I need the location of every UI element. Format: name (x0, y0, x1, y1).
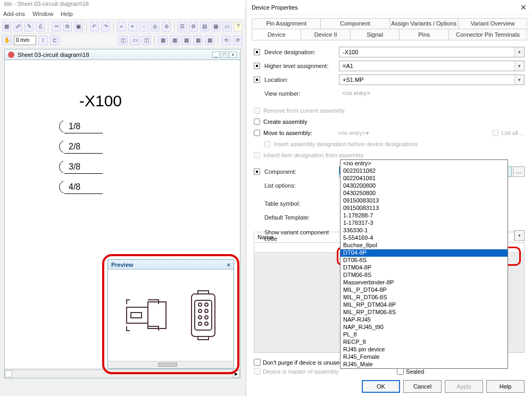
input-device-designation[interactable]: -X100▾ (339, 47, 525, 57)
dropdown-option[interactable]: MIL_R_DT06-8S (340, 294, 508, 301)
assist-button[interactable] (254, 49, 260, 55)
component-dropdown-list[interactable]: <no entry>002201108200220410810430200800… (340, 159, 508, 369)
dropdown-option[interactable]: 0430200800 (340, 182, 508, 190)
tool-grid-icon[interactable]: ▦ (211, 22, 220, 31)
tool-misc3-icon[interactable]: ▤ (200, 22, 209, 31)
tool-zoom-in-icon[interactable]: ＋ (117, 22, 126, 31)
dropdown-option[interactable]: NAP_RJ45_t90 (340, 324, 508, 331)
preview-scroll-thumb[interactable] (158, 363, 177, 367)
tool-connector-icon[interactable]: ⊏ (50, 36, 60, 45)
tool-redo-icon[interactable]: ↷ (101, 22, 110, 31)
input-show-variant[interactable]: ▾ (514, 230, 525, 241)
dropdown-option[interactable]: Buchse_8pol (340, 242, 508, 249)
pin-symbol-4[interactable]: 4/8 (53, 180, 80, 194)
tool-arr2-icon[interactable]: ▦ (170, 36, 179, 45)
close-button[interactable]: × (229, 52, 237, 58)
tool-print-icon[interactable]: ⎙ (36, 22, 45, 31)
tool-new-icon[interactable]: ▦ (2, 22, 11, 31)
tool-arr3-icon[interactable]: ▦ (181, 36, 191, 45)
input-location[interactable]: +S1.MP▾ (339, 74, 525, 85)
preview-titlebar[interactable]: Preview × (108, 260, 234, 269)
tool-undo-icon[interactable]: ↶ (90, 22, 99, 31)
tool-copy-icon[interactable]: ⧉ (63, 22, 72, 31)
ok-button[interactable]: OK (362, 380, 400, 393)
tool-paste-icon[interactable]: ▣ (74, 22, 83, 31)
chevron-down-icon[interactable]: ▾ (514, 47, 524, 57)
dropdown-option[interactable]: RECP_8 (340, 339, 508, 346)
tool-pin-icon[interactable]: ⟟ (38, 36, 48, 45)
cancel-button[interactable]: Cancel (403, 380, 442, 393)
dropdown-option[interactable]: 1-178288-7 (340, 212, 508, 220)
dropdown-option[interactable]: 0022011082 (340, 167, 508, 175)
tool-align3-icon[interactable]: ◫ (142, 36, 151, 45)
menu-addons[interactable]: Add-ons (3, 11, 25, 17)
checkbox-dont-purge[interactable] (254, 359, 261, 366)
input-higher-level[interactable]: =A1▾ (339, 61, 525, 71)
tab-component[interactable]: Component (320, 18, 389, 29)
tool-hand-icon[interactable]: ✋ (2, 36, 12, 45)
tab-pin-assignment[interactable]: Pin Assignment (252, 18, 321, 29)
tool-misc2-icon[interactable]: ⚙ (189, 22, 198, 31)
dropdown-option[interactable]: MIL_P_DT04-8P (340, 287, 508, 294)
tool-arr1-icon[interactable]: ▦ (158, 36, 168, 45)
tool-open-icon[interactable]: ☍ (13, 22, 22, 31)
tool-cut-icon[interactable]: ✂ (52, 22, 61, 31)
checkbox-move-assembly[interactable] (254, 130, 260, 136)
tool-rot2-icon[interactable]: ⟳ (233, 36, 243, 45)
tool-align1-icon[interactable]: ◫ (118, 36, 128, 45)
tab-assign-variants[interactable]: Assign Variants / Options (389, 18, 459, 29)
tool-save-icon[interactable]: ✎ (24, 22, 34, 31)
tool-zoom-area-icon[interactable]: ⌖ (128, 22, 137, 31)
chevron-down-icon[interactable]: ▾ (514, 61, 524, 71)
tab-connector-pin-terminals[interactable]: Connector Pin Terminals (448, 29, 527, 40)
pin-symbol-1[interactable]: 1/8 (53, 120, 80, 133)
tool-target-icon[interactable]: ◎ (151, 22, 160, 31)
dropdown-option[interactable]: 0022041081 (340, 175, 508, 182)
tool-zoom-out-icon[interactable]: － (139, 22, 148, 31)
assist-button[interactable] (254, 63, 260, 69)
dropdown-option[interactable]: <no entry> (340, 160, 508, 167)
dropdown-option[interactable]: PL_8 (340, 331, 508, 339)
dropdown-option[interactable]: 5-554169-4 (340, 234, 508, 242)
dimension-input[interactable]: 0 mm (14, 36, 36, 45)
dropdown-option[interactable]: 09150083013 (340, 197, 508, 205)
tool-align2-icon[interactable]: ▭ (130, 36, 139, 45)
tool-rot1-icon[interactable]: ⟲ (221, 36, 231, 45)
chevron-down-icon[interactable]: ▾ (514, 231, 524, 240)
chevron-down-icon[interactable]: ▾ (514, 75, 524, 85)
dropdown-option[interactable]: MIL_RP_DTM06-8S (340, 309, 508, 316)
dropdown-option[interactable]: RJ45 pin device (340, 346, 508, 353)
dropdown-option[interactable]: 1-178317-3 (340, 220, 508, 227)
assist-button[interactable] (254, 77, 260, 83)
dialog-close-icon[interactable]: ✕ (520, 3, 527, 12)
tab-signal[interactable]: Signal (350, 29, 400, 40)
dropdown-option[interactable]: NAP-RJ45 (340, 316, 508, 324)
scrollbar-thumb[interactable] (5, 370, 12, 377)
tab-pins[interactable]: Pins (399, 29, 448, 40)
menu-window[interactable]: Window (32, 11, 53, 17)
tab-variant-overview[interactable]: Variant Overview (458, 18, 527, 29)
pin-symbol-3[interactable]: 3/8 (53, 160, 80, 174)
tab-device-ii[interactable]: Device II (301, 29, 350, 40)
tool-arr5-icon[interactable]: ▦ (205, 36, 214, 45)
preview-close-icon[interactable]: × (227, 262, 230, 268)
browse-component-button[interactable]: … (513, 166, 525, 177)
dropdown-option[interactable]: MIL_RP_DTM04-8P (340, 301, 508, 309)
sheet-titlebar[interactable]: Sheet 03-circuit diagram\18 _ □ × (5, 49, 240, 60)
dropdown-option[interactable]: 0430250800 (340, 190, 508, 197)
tool-fit-icon[interactable]: ⊖ (162, 22, 171, 31)
dropdown-option[interactable]: 336330-1 (340, 227, 508, 234)
pin-symbol-2[interactable]: 2/8 (53, 140, 80, 154)
minimize-button[interactable]: _ (212, 52, 220, 58)
dropdown-option[interactable]: DT06-8S (340, 257, 508, 264)
tool-misc1-icon[interactable]: ☰ (178, 22, 187, 31)
dropdown-option[interactable]: 09150083113 (340, 205, 508, 212)
dialog-titlebar[interactable]: Device Properties ✕ (246, 0, 532, 15)
dropdown-option[interactable]: Masseverbinder-8P (340, 279, 508, 287)
dropdown-option[interactable]: DTM06-8S (340, 272, 508, 279)
tool-help-icon[interactable]: ? (234, 22, 243, 31)
dropdown-option[interactable]: DTM04-8P (340, 264, 508, 272)
checkbox-create-assembly[interactable] (254, 119, 260, 125)
dropdown-option[interactable]: DT04-8P (340, 249, 508, 257)
tab-device[interactable]: Device (252, 29, 301, 40)
